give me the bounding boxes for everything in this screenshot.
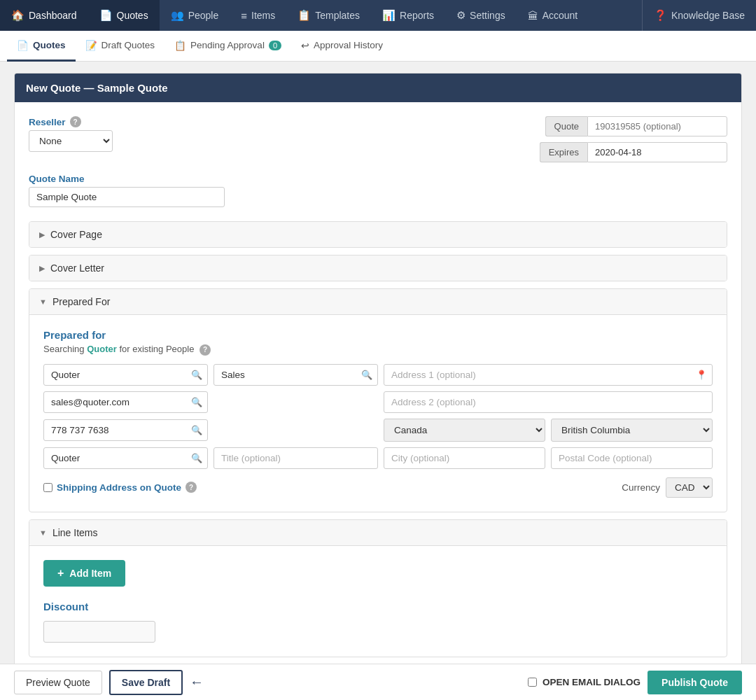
shipping-currency-row: Shipping Address on Quote ? Currency CAD…	[43, 477, 713, 498]
settings-icon: ⚙	[456, 9, 465, 22]
prepared-for-chevron: ▼	[39, 298, 47, 306]
empty-cell2	[214, 419, 378, 442]
bottom-bar: Preview Quote Save Draft ← OPEN EMAIL DI…	[0, 664, 756, 700]
search-hint: Searching Quoter for existing People ?	[43, 344, 713, 356]
cover-letter-section: ▶ Cover Letter	[29, 255, 727, 281]
email-search-icon: 🔍	[191, 397, 202, 407]
quote-number-label: Quote	[545, 116, 587, 136]
cover-page-chevron: ▶	[39, 230, 45, 239]
nav-people[interactable]: 👥 People	[160, 0, 230, 31]
reseller-label: Reseller	[29, 117, 66, 127]
account-icon: 🏛	[528, 10, 538, 22]
discount-input[interactable]	[43, 621, 155, 643]
dashboard-icon: 🏠	[11, 9, 24, 22]
pending-approval-badge: 0	[269, 41, 281, 50]
quote-number-input[interactable]	[587, 116, 727, 136]
nav-templates[interactable]: 📋 Templates	[286, 0, 371, 31]
prepared-for-section: ▼ Prepared For Prepared for Searching Qu…	[29, 288, 727, 512]
city-postal-row	[384, 447, 713, 469]
reseller-help-icon[interactable]: ?	[70, 116, 81, 127]
nav-knowledge-base[interactable]: ❓ Knowledge Base	[642, 0, 756, 31]
currency-row: Currency CAD USD	[622, 477, 713, 498]
company-search-icon: 🔍	[191, 453, 202, 463]
discount-title: Discount	[43, 601, 713, 612]
reseller-group: Reseller ? None	[29, 116, 113, 152]
empty-cell	[214, 391, 378, 413]
knowledge-base-icon: ❓	[654, 9, 667, 22]
email-input[interactable]	[43, 391, 208, 413]
reseller-select[interactable]: None	[29, 130, 113, 152]
cover-page-section: ▶ Cover Page	[29, 221, 727, 248]
expires-input[interactable]	[587, 142, 727, 162]
search-help-icon[interactable]: ?	[200, 344, 211, 356]
title-input[interactable]	[214, 447, 378, 469]
pending-approval-icon: 📋	[174, 40, 186, 51]
nav-account[interactable]: 🏛 Account	[517, 0, 589, 31]
prepared-for-header[interactable]: ▼ Prepared For	[29, 289, 727, 314]
quote-number-row: Quote	[545, 116, 727, 136]
postal-input[interactable]	[551, 447, 713, 469]
line-items-body: + Add Item Discount	[29, 545, 727, 657]
shipping-checkbox[interactable]	[43, 483, 52, 492]
company-field: 🔍	[43, 447, 208, 469]
arrow-indicator: ←	[190, 674, 204, 690]
firstname-input[interactable]	[43, 364, 208, 386]
firstname-search-icon: 🔍	[191, 370, 202, 380]
prepared-for-subtitle: Prepared for	[43, 329, 713, 341]
nav-items[interactable]: ≡ Items	[230, 0, 286, 31]
people-icon: 👥	[171, 9, 184, 22]
quotes-icon: 📄	[99, 9, 113, 22]
expires-row: Expires	[540, 142, 727, 162]
prepared-for-body: Prepared for Searching Quoter for existi…	[29, 314, 727, 512]
open-email-label[interactable]: OPEN EMAIL DIALOG	[528, 677, 640, 687]
cover-letter-chevron: ▶	[39, 264, 45, 273]
save-draft-button[interactable]: Save Draft	[109, 670, 183, 695]
quote-name-input[interactable]	[29, 187, 225, 207]
phone-input[interactable]	[43, 419, 208, 441]
currency-select[interactable]: CAD USD	[666, 477, 713, 498]
phone-field: 🔍	[43, 419, 208, 442]
quoter-link[interactable]: Quoter	[87, 344, 117, 354]
main-content: New Quote — Sample Quote Reseller ? None…	[0, 62, 756, 700]
quote-name-group: Quote Name	[29, 174, 727, 207]
address1-input[interactable]	[384, 364, 713, 386]
nav-reports[interactable]: 📊 Reports	[371, 0, 445, 31]
quotes-tab-icon: 📄	[17, 40, 29, 51]
address2-field	[384, 391, 713, 413]
shipping-checkbox-label[interactable]: Shipping Address on Quote ?	[43, 482, 197, 493]
prepared-for-grid: 🔍 🔍 📍 🔍	[43, 364, 713, 469]
lastname-search-icon: 🔍	[361, 370, 372, 380]
province-select[interactable]: British Columbia	[551, 419, 713, 442]
nav-quotes[interactable]: 📄 Quotes	[88, 0, 160, 31]
draft-quotes-icon: 📝	[85, 40, 97, 51]
address2-input[interactable]	[384, 391, 713, 413]
lastname-input[interactable]	[214, 364, 378, 386]
preview-quote-button[interactable]: Preview Quote	[14, 671, 102, 694]
cover-letter-header[interactable]: ▶ Cover Letter	[29, 255, 727, 281]
tab-quotes[interactable]: 📄 Quotes	[7, 31, 76, 62]
firstname-field: 🔍	[43, 364, 208, 386]
open-email-checkbox[interactable]	[528, 678, 537, 687]
approval-history-icon: ↩	[301, 40, 309, 51]
country-select[interactable]: Canada	[384, 419, 545, 442]
address1-location-icon: 📍	[696, 370, 707, 380]
quote-card-body: Reseller ? None Quote Expires	[15, 102, 741, 678]
add-item-button[interactable]: + Add Item	[43, 560, 125, 587]
address1-field: 📍	[384, 364, 713, 386]
company-input[interactable]	[43, 447, 208, 469]
quote-meta: Quote Expires	[540, 116, 727, 162]
tab-pending-approval[interactable]: 📋 Pending Approval 0	[164, 31, 291, 62]
publish-quote-button[interactable]: Publish Quote	[648, 671, 742, 694]
line-items-header[interactable]: ▼ Line Items	[29, 520, 727, 545]
line-items-chevron: ▼	[39, 528, 47, 537]
expires-label: Expires	[540, 142, 587, 162]
nav-settings[interactable]: ⚙ Settings	[445, 0, 517, 31]
tab-draft-quotes[interactable]: 📝 Draft Quotes	[76, 31, 165, 62]
tab-approval-history[interactable]: ↩ Approval History	[291, 31, 393, 62]
cover-page-header[interactable]: ▶ Cover Page	[29, 222, 727, 247]
city-input[interactable]	[384, 447, 545, 469]
nav-dashboard[interactable]: 🏠 Dashboard	[0, 0, 88, 31]
quote-card-header: New Quote — Sample Quote	[15, 74, 741, 102]
templates-icon: 📋	[298, 9, 311, 22]
shipping-help-icon[interactable]: ?	[186, 482, 197, 493]
